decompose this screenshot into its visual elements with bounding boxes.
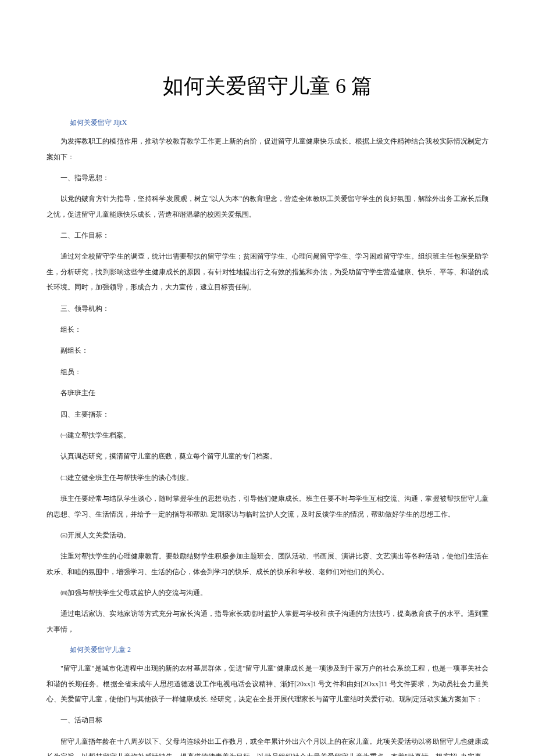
body-paragraph: 通过电话家访、实地家访等方式充分与家长沟通，指导家长或临时监护人掌握与学校和孩子… (47, 606, 488, 637)
body-paragraph: 一、指导思想： (47, 170, 488, 185)
body-paragraph: 注重对帮扶学生的心理健康教育。要鼓励结财学生积极参加主题班会、团队活动、书画展、… (47, 549, 488, 579)
body-paragraph: ㈣加强与帮扶学生父母或监护人的交流与沟通。 (47, 585, 488, 600)
body-paragraph: ㈡建立健全班主任与帮扶学生的谈心制度。 (47, 470, 488, 485)
body-paragraph: 各班班主任 (47, 385, 488, 400)
body-paragraph: 班主任要经常与结队学生谈心，随时掌握学生的思想动态，引导他们健康成长。班主任要不… (47, 491, 488, 522)
body-paragraph: 副组长： (47, 343, 488, 358)
body-paragraph: 以党的皴育方针为指导，坚持科学发展观，树立"以人为本"的教育理念，营造全体教职工… (47, 191, 488, 222)
body-paragraph: 认真调态研究，摸清留守儿童的底数，奠立每个留守儿童的专门档案。 (47, 449, 488, 464)
section-2-heading: 如何关爱留守儿童 2 (70, 645, 488, 655)
body-paragraph: 四、主要指茶： (47, 407, 488, 422)
body-paragraph: 留守儿童指年龄在十八周岁以下、父母均连续外出工作数月，或全年累计外出六个月以上的… (47, 734, 488, 756)
page-title: 如何关爱留守儿童 6 篇 (47, 72, 488, 101)
body-paragraph: 通过对全校留守学生的调查，统计出需要帮扶的留守学生；贫困留守学生、心理问晁留守学… (47, 249, 488, 295)
body-paragraph: 二、工作目标： (47, 228, 488, 243)
body-paragraph: 组长： (47, 322, 488, 337)
document-page: 如何关爱留守儿童 6 篇 如何关爱留守 JljtX 为发挥教职工的模范作用，推动… (0, 0, 535, 756)
body-paragraph: 组员： (47, 364, 488, 379)
body-paragraph: 三、领导机构： (47, 301, 488, 316)
body-paragraph: 为发挥教职工的模范作用，推动学校教育教学工作更上新的台阶，促进留守儿童健康快乐成… (47, 134, 488, 164)
body-paragraph: 一、活动目标 (47, 712, 488, 728)
body-paragraph: "留守儿童"是城市化进程中出现的新的农村基层群体，促进"留守儿童"健康成长是一项… (47, 661, 488, 707)
section-1-heading: 如何关爱留守 JljtX (70, 118, 488, 128)
body-paragraph: ㈢开展人文关爱活动。 (47, 528, 488, 543)
body-paragraph: ㈠建立帮扶学生档案。 (47, 428, 488, 443)
